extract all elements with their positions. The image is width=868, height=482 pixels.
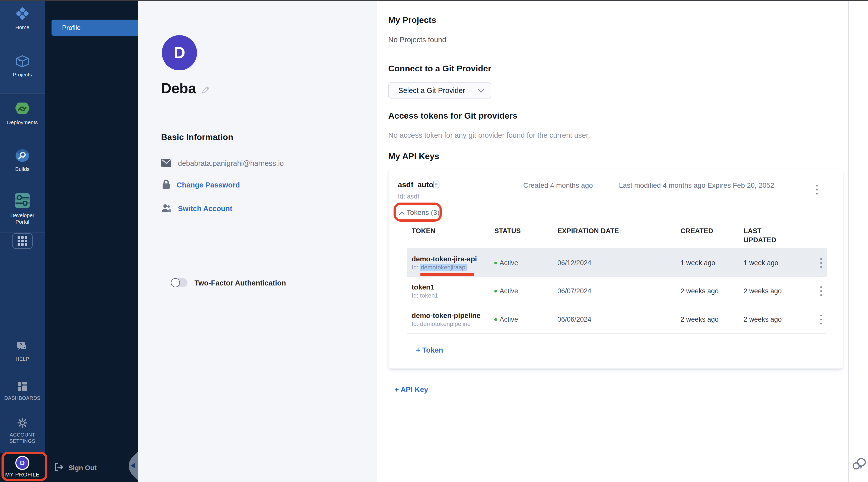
switch-account-row[interactable]: Switch Account	[161, 204, 232, 214]
secondary-panel	[45, 0, 138, 482]
gear-icon	[17, 418, 28, 429]
sidebar-item-label: Developer Portal	[3, 212, 41, 225]
module-grid-button[interactable]	[12, 233, 33, 249]
menu-item-profile[interactable]: Profile	[52, 20, 138, 36]
git-provider-select[interactable]: Select a Git Provider	[388, 83, 491, 98]
token-id-value: demotokenpipeline	[420, 321, 470, 327]
token-id-label: Id:	[412, 292, 418, 299]
token-menu-button[interactable]	[815, 286, 827, 296]
builds-icon	[15, 149, 30, 163]
chevron-up-icon	[399, 209, 405, 217]
no-projects-text: No Projects found	[388, 36, 446, 44]
table-row[interactable]: token1 Id: token1 Active 06/07/2024 2 we…	[407, 277, 827, 305]
add-token-button[interactable]: + Token	[416, 346, 443, 354]
status-badge: Active	[494, 315, 557, 324]
api-key-name: asdf_auto	[398, 180, 434, 189]
basic-information-title: Basic Information	[161, 132, 233, 142]
sidebar-item-label: Projects	[13, 71, 32, 78]
sidebar-item-builds[interactable]: Builds	[0, 149, 45, 172]
sidebar-item-label: Builds	[15, 166, 29, 172]
api-key-modified: Last modified 4 months ago Expires Feb 2…	[619, 181, 774, 189]
access-tokens-title: Access tokens for Git providers	[388, 111, 518, 121]
sidebar-item-deployments[interactable]: Deployments	[0, 102, 45, 126]
column-header-expiration: EXPIRATION DATE	[557, 227, 681, 236]
tokens-table: TOKEN STATUS EXPIRATION DATE CREATED LAS…	[407, 224, 827, 334]
table-row[interactable]: demo-token-pipeline Id: demotokenpipelin…	[407, 305, 827, 334]
svg-text:?: ?	[20, 343, 22, 347]
switch-account-link[interactable]: Switch Account	[178, 205, 232, 213]
expiration-date: 06/07/2024	[557, 287, 681, 295]
developer-portal-icon	[14, 192, 30, 210]
sidebar-item-developer-portal[interactable]: Developer Portal	[0, 192, 45, 225]
grid-icon	[18, 236, 27, 246]
annotation-underline-token-id	[421, 273, 474, 276]
sidebar-item-account-settings[interactable]: ACCOUNT SETTINGS	[0, 418, 45, 444]
help-chat-icon: ?	[16, 341, 28, 353]
table-row[interactable]: demo-token-jira-api Id: demotokenjiraapi…	[407, 248, 827, 277]
token-name: token1	[412, 283, 494, 292]
api-key-created: Created 4 months ago	[523, 181, 593, 189]
git-provider-title: Connect to a Git Provider	[388, 64, 491, 73]
column-header-created: CREATED	[681, 227, 744, 236]
profile-avatar: D	[162, 35, 197, 70]
edit-name-icon[interactable]	[202, 85, 210, 95]
tokens-table-header: TOKEN STATUS EXPIRATION DATE CREATED LAS…	[407, 224, 827, 248]
cube-icon	[16, 55, 29, 69]
token-id-label: Id:	[412, 264, 418, 271]
dashboards-icon	[17, 382, 27, 393]
created-at: 2 weeks ago	[681, 287, 744, 295]
collapse-arrow-icon	[131, 463, 135, 468]
lock-icon	[162, 179, 170, 190]
expiration-date: 06/06/2024	[557, 315, 681, 324]
status-badge: Active	[494, 287, 557, 295]
user-email: debabrata.panigrahi@harness.io	[178, 159, 284, 168]
sign-out-icon	[54, 463, 63, 474]
tokens-expand-toggle[interactable]: Tokens (3)	[399, 209, 439, 217]
sidebar-item-label: DASHBOARDS	[4, 395, 40, 401]
sidebar-item-my-profile[interactable]: D MY PROFILE	[0, 456, 45, 478]
created-at: 1 week ago	[681, 259, 744, 267]
top-chrome-strip	[0, 0, 868, 1]
two-factor-label: Two-Factor Authentication	[194, 279, 286, 287]
column-header-updated: LAST UPDATED	[744, 227, 784, 244]
sidebar-item-projects[interactable]: Projects	[0, 55, 45, 78]
sidebar-item-home[interactable]: Home	[0, 6, 45, 31]
change-password-row[interactable]: Change Password	[162, 179, 240, 190]
change-password-link[interactable]: Change Password	[177, 181, 240, 189]
column-header-token: TOKEN	[407, 227, 494, 236]
my-projects-title: My Projects	[388, 15, 436, 25]
token-id-value-selected: demotokenjiraapi	[420, 264, 467, 271]
no-access-tokens-text: No access token for any git provider fou…	[388, 131, 590, 140]
people-icon	[161, 204, 172, 214]
two-factor-toggle[interactable]	[171, 278, 187, 287]
sidebar-item-help[interactable]: ? HELP	[0, 341, 45, 362]
deployments-infinity-icon	[15, 102, 30, 117]
status-dot	[494, 290, 497, 293]
status-badge: Active	[494, 259, 557, 267]
menu-item-label: Profile	[52, 24, 81, 32]
sidebar-item-label: MY PROFILE	[5, 472, 40, 478]
updated-at: 1 week ago	[744, 259, 815, 267]
created-at: 2 weeks ago	[681, 315, 744, 324]
token-name: demo-token-pipeline	[412, 311, 494, 320]
token-name: demo-token-jira-api	[412, 254, 494, 264]
add-api-key-button[interactable]: + API Key	[395, 386, 428, 394]
sidebar-item-label: HELP	[16, 356, 29, 362]
api-keys-title: My API Keys	[388, 151, 439, 161]
divider	[161, 301, 365, 301]
token-id-label: Id:	[412, 321, 418, 327]
sidebar-item-label: Home	[15, 24, 29, 31]
sidebar-item-label: Deployments	[7, 119, 38, 126]
status-dot	[494, 318, 497, 321]
status-dot	[494, 262, 497, 264]
api-key-menu-button[interactable]	[816, 185, 818, 194]
sign-out-label: Sign Out	[68, 464, 96, 472]
copy-icon[interactable]	[433, 180, 439, 189]
token-menu-button[interactable]	[815, 258, 827, 268]
harness-logo-icon	[15, 6, 29, 22]
chat-help-button[interactable]	[852, 457, 867, 472]
sign-out-button[interactable]: Sign Out	[54, 462, 96, 474]
sidebar-item-dashboards[interactable]: DASHBOARDS	[0, 382, 45, 401]
token-menu-button[interactable]	[815, 314, 827, 325]
divider	[161, 265, 365, 265]
